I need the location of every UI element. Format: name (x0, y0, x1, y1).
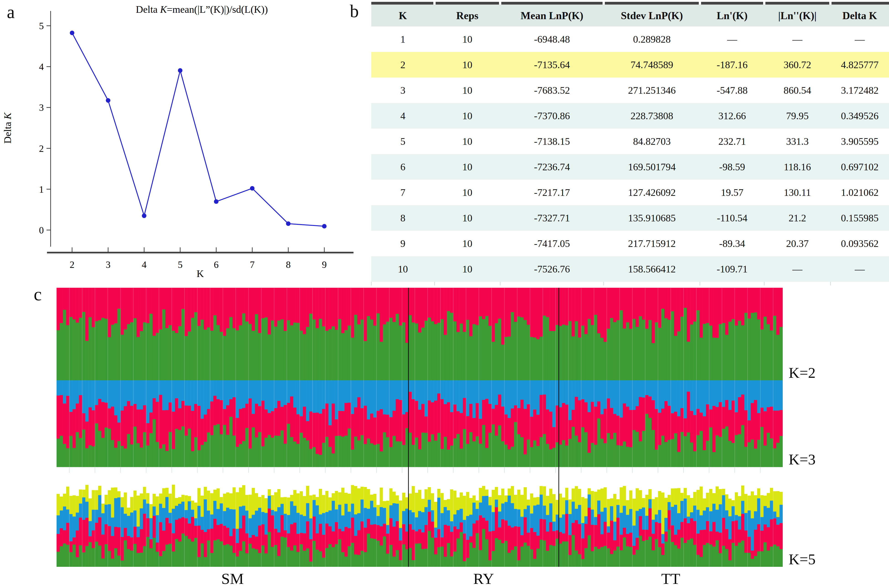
table-cell: 10 (371, 256, 434, 282)
table-top-border-gap (602, 2, 605, 4)
table-cell: 217.715912 (604, 231, 700, 256)
data-point-marker (322, 224, 327, 228)
data-point-marker (214, 199, 218, 204)
table-cell: -7526.76 (500, 256, 604, 282)
table-header-cell: Stdev LnP(K) (604, 4, 700, 27)
table-cell: 9 (371, 231, 434, 256)
table-cell: 3.905595 (830, 129, 889, 154)
table-header-cell: K (371, 4, 434, 27)
table-cell: 312.66 (700, 103, 764, 129)
table-cell: 331.3 (764, 129, 830, 154)
table-cell: 232.71 (700, 129, 764, 154)
table-cell: 2 (371, 52, 434, 78)
table-bottom-tick (434, 282, 435, 285)
data-points (70, 30, 327, 228)
table-bottom-tick (500, 282, 500, 285)
table-cell: 1 (371, 27, 434, 52)
x-tick-label: 3 (106, 260, 111, 270)
y-tick-label: 1 (39, 184, 44, 195)
table-header-cell: Delta K (830, 4, 889, 27)
x-tick-label: 2 (70, 260, 75, 270)
table-cell: — (830, 27, 889, 52)
table-cell: 10 (434, 256, 500, 282)
table-cell: 0.349526 (830, 103, 889, 129)
population-label-sm: SM (221, 571, 243, 586)
table-cell: 5 (371, 129, 434, 154)
table-cell: -7217.17 (500, 180, 604, 205)
k-value-label: K=2 (788, 365, 815, 380)
table-row-highlighted: 210-7135.6474.748589-187.16360.724.82577… (371, 52, 889, 78)
table-cell: -7135.64 (500, 52, 604, 78)
y-tick-label: 0 (39, 225, 44, 236)
table-cell: — (700, 27, 764, 52)
table-top-border-gap (829, 2, 832, 4)
structure-row-k3 (57, 380, 783, 467)
x-tick-label: 7 (250, 260, 255, 270)
table-cell: 3 (371, 78, 434, 103)
population-label-ry: RY (473, 571, 494, 586)
data-point-marker (286, 221, 291, 226)
gap-ticks (69, 467, 760, 473)
k-value-label: K=5 (788, 552, 815, 567)
y-tick-label: 3 (39, 102, 44, 113)
table-cell: 10 (434, 52, 500, 78)
table-cell: 10 (434, 27, 500, 52)
table-cell: 860.54 (764, 78, 830, 103)
table-row: 710-7217.17127.42609219.57130.111.021062 (371, 180, 889, 205)
delta-k-line-chart: Delta K=mean(|L”(K)|)/sd(L(K))012345Delt… (0, 0, 369, 285)
table-cell: -98.59 (700, 154, 764, 180)
table-row: 310-7683.52271.251346-547.88860.543.1724… (371, 78, 889, 103)
x-tick-label: 9 (322, 260, 327, 270)
table-top-border-gap (763, 2, 765, 4)
figure-root: { "panels": { "a_label": "a", "b_label":… (0, 0, 889, 588)
table-cell: -7370.86 (500, 103, 604, 129)
table-bottom-tick (700, 282, 700, 285)
table-top-border-gap (699, 2, 701, 4)
table-cell: -109.71 (700, 256, 764, 282)
table-cell: -547.88 (700, 78, 764, 103)
table-cell: 169.501794 (604, 154, 700, 180)
table-top-border (371, 2, 889, 4)
data-point-marker (250, 186, 255, 190)
table-cell: 10 (434, 129, 500, 154)
table-row: 610-7236.74169.501794-98.59118.160.69710… (371, 154, 889, 180)
table-cell: 360.72 (764, 52, 830, 78)
table-cell: 84.82703 (604, 129, 700, 154)
table-cell: -187.16 (700, 52, 764, 78)
table-header-cell: Mean LnP(K) (500, 4, 604, 27)
table-cell: 4 (371, 103, 434, 129)
structure-row-k2 (57, 288, 783, 381)
table-cell: 228.73808 (604, 103, 700, 129)
table-cell: 21.2 (764, 205, 830, 231)
table-row: 410-7370.86228.73808312.6679.950.349526 (371, 103, 889, 129)
x-axis-label: K (197, 268, 204, 279)
table-cell: 3.172482 (830, 78, 889, 103)
table-header-cell: |Ln''(K)| (764, 4, 830, 27)
table-cell: 6 (371, 154, 434, 180)
table-cell: 0.155985 (830, 205, 889, 231)
table-cell: 158.566412 (604, 256, 700, 282)
table-cell: — (764, 256, 830, 282)
table-cell: 10 (434, 78, 500, 103)
table-cell: -7417.05 (500, 231, 604, 256)
table-bottom-tick (830, 282, 830, 285)
structure-barplot-svg (57, 288, 783, 567)
data-point-marker (70, 30, 74, 35)
data-point-marker (178, 68, 182, 73)
table-cell: -7683.52 (500, 78, 604, 103)
delta-k-chart-svg: Delta K=mean(|L”(K)|)/sd(L(K))012345Delt… (0, 0, 369, 285)
y-axis-label: Delta K (2, 112, 13, 144)
data-line (72, 33, 324, 226)
y-tick-label: 5 (39, 21, 44, 31)
x-tick-label: 4 (142, 260, 147, 270)
table-cell: 10 (434, 180, 500, 205)
structure-barplots: K=2K=3K=5SMRYTT (0, 286, 889, 588)
table-cell: 0.093562 (830, 231, 889, 256)
table-cell: 10 (434, 154, 500, 180)
table-bottom-tick (371, 282, 371, 285)
table-top-border-gap (433, 2, 435, 4)
population-label-tt: TT (661, 571, 680, 586)
table-cell: — (764, 27, 830, 52)
table-cell: -110.54 (700, 205, 764, 231)
table-cell: -7236.74 (500, 154, 604, 180)
